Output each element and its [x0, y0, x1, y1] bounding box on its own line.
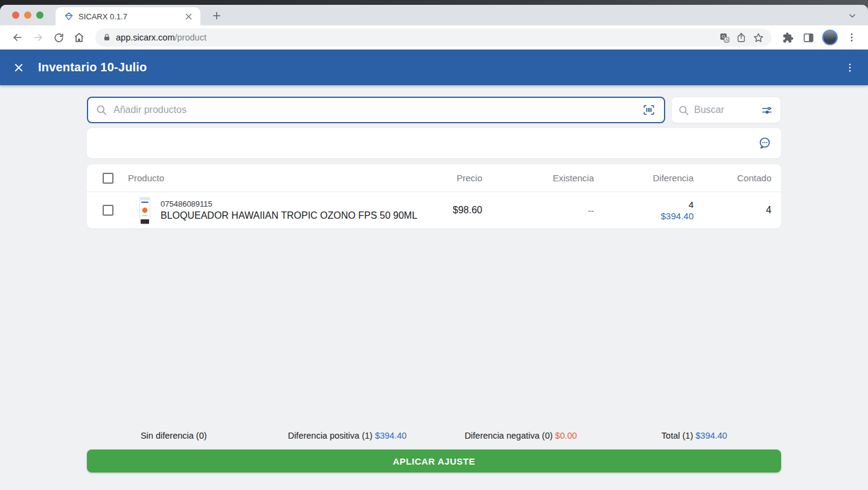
header-diferencia: Diferencia	[594, 173, 694, 183]
buscar-input[interactable]	[694, 105, 759, 115]
select-all-checkbox[interactable]	[103, 173, 113, 184]
product-counted: 4	[694, 205, 781, 216]
app-menu-kebab-icon[interactable]	[841, 59, 858, 76]
window-controls	[12, 11, 43, 19]
browser-toolbar: app.sicarx.com/product GA	[0, 25, 868, 50]
header-producto: Producto	[128, 173, 410, 183]
product-difference: 4 $394.40	[594, 199, 694, 222]
header-existencia: Existencia	[482, 173, 594, 183]
profile-avatar[interactable]	[822, 30, 838, 45]
home-icon[interactable]	[70, 28, 88, 47]
app-header: Inventario 10-Julio	[0, 50, 868, 85]
product-code: 075486089115	[161, 199, 410, 209]
total-label: Total (1)	[662, 431, 693, 440]
url-domain: app.sicarx.com	[116, 33, 175, 42]
table-header-row: Producto Precio Existencia Diferencia Co…	[87, 164, 781, 192]
difference-qty: 4	[594, 199, 694, 210]
tab-close-icon[interactable]	[182, 10, 194, 22]
page-title: Inventario 10-Julio	[38, 60, 841, 74]
product-info: 075486089115 BLOQUEADOR HAWAIIAN TROPIC …	[161, 199, 410, 222]
search-icon	[95, 104, 107, 116]
no-difference-label: Sin diferencia (0)	[141, 431, 207, 440]
search-icon	[678, 105, 689, 116]
summary-total: Total (1) $394.40	[608, 431, 782, 440]
close-window-button[interactable]	[12, 11, 19, 19]
lock-icon	[103, 33, 111, 42]
message-bar	[87, 128, 781, 158]
barcode-scan-icon[interactable]	[641, 102, 657, 118]
new-tab-button[interactable]	[209, 8, 225, 24]
minimize-window-button[interactable]	[24, 11, 31, 19]
product-image	[137, 195, 153, 225]
tab-strip: SICARX 0.1.7	[0, 5, 868, 25]
summary-positive: Diferencia positiva (1) $394.40	[261, 431, 435, 440]
filter-tune-icon[interactable]	[759, 102, 774, 118]
product-name: BLOQUEADOR HAWAIIAN TROPIC OZONO FPS 50 …	[161, 209, 410, 222]
row-checkbox[interactable]	[103, 205, 113, 216]
reload-icon[interactable]	[49, 28, 68, 47]
browser-tab[interactable]: SICARX 0.1.7	[56, 7, 200, 25]
negative-amount: $0.00	[555, 431, 577, 440]
summary-no-difference: Sin diferencia (0)	[87, 431, 261, 440]
url-text: app.sicarx.com/product	[116, 33, 206, 42]
buscar-field[interactable]	[671, 97, 781, 123]
positive-amount: $394.40	[375, 431, 406, 440]
header-contado: Contado	[694, 173, 781, 183]
close-inventory-icon[interactable]	[10, 59, 27, 76]
main-content: Producto Precio Existencia Diferencia Co…	[0, 85, 868, 490]
forward-icon[interactable]	[29, 28, 47, 47]
product-stock: --	[482, 205, 594, 216]
extensions-puzzle-icon[interactable]	[779, 28, 797, 47]
favicon-diamond-icon	[64, 11, 74, 21]
negative-label: Diferencia negativa (0)	[465, 431, 553, 440]
header-precio: Precio	[410, 173, 482, 183]
zoom-window-button[interactable]	[36, 11, 43, 19]
tab-search-chevron-icon[interactable]	[845, 8, 860, 23]
back-icon[interactable]	[8, 28, 27, 47]
translate-icon[interactable]: GA	[716, 29, 733, 46]
summary-negative: Diferencia negativa (0) $0.00	[434, 431, 608, 440]
browser-menu-kebab-icon[interactable]	[843, 28, 861, 47]
product-price: $98.60	[410, 205, 482, 216]
difference-amount: $394.40	[594, 210, 694, 222]
positive-label: Diferencia positiva (1)	[288, 431, 372, 440]
side-panel-icon[interactable]	[799, 28, 817, 47]
add-products-field[interactable]	[87, 97, 665, 123]
add-products-input[interactable]	[113, 105, 641, 115]
products-table: Producto Precio Existencia Diferencia Co…	[87, 164, 781, 228]
url-path: /product	[175, 33, 206, 42]
bookmark-star-icon[interactable]	[750, 29, 767, 46]
share-icon[interactable]	[733, 29, 750, 46]
apply-adjustment-button[interactable]: APLICAR AJUSTE	[87, 450, 781, 472]
search-row	[87, 97, 781, 123]
browser-window: SICARX 0.1.7 app.sicarx.c	[0, 5, 868, 490]
summary-bar: Sin diferencia (0) Diferencia positiva (…	[87, 427, 781, 445]
address-bar[interactable]: app.sicarx.com/product GA	[95, 28, 771, 47]
svg-text:A: A	[725, 37, 728, 42]
tab-title: SICARX 0.1.7	[78, 12, 182, 21]
table-row[interactable]: 075486089115 BLOQUEADOR HAWAIIAN TROPIC …	[87, 192, 781, 228]
chat-bubble-icon[interactable]	[756, 134, 774, 152]
total-amount: $394.40	[695, 431, 727, 440]
